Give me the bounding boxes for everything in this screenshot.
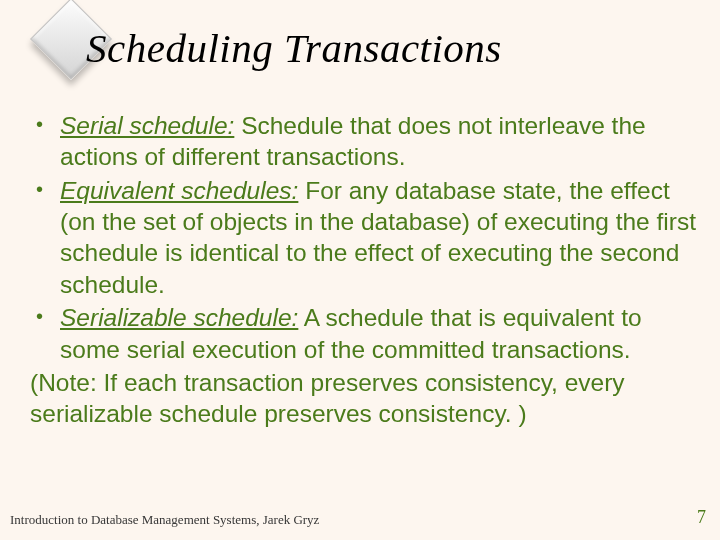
slide-title: Scheduling Transactions — [86, 24, 502, 72]
list-item: Equivalent schedules: For any database s… — [30, 175, 698, 300]
note-text: (Note: If each transaction preserves con… — [30, 367, 698, 430]
term: Serializable schedule: — [60, 304, 298, 331]
page-number: 7 — [697, 507, 706, 528]
slide: Scheduling Transactions Serial schedule:… — [0, 0, 720, 540]
list-item: Serial schedule: Schedule that does not … — [30, 110, 698, 173]
bullet-list: Serial schedule: Schedule that does not … — [30, 110, 698, 365]
footer-text: Introduction to Database Management Syst… — [10, 512, 319, 528]
term: Serial schedule: — [60, 112, 234, 139]
slide-body: Serial schedule: Schedule that does not … — [30, 110, 698, 430]
term: Equivalent schedules: — [60, 177, 298, 204]
list-item: Serializable schedule: A schedule that i… — [30, 302, 698, 365]
